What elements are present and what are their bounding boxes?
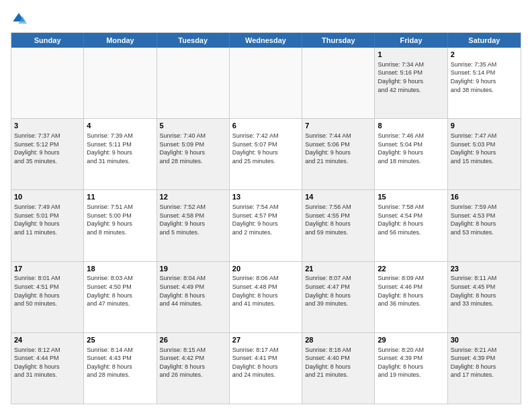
day-number: 22 bbox=[378, 264, 444, 274]
calendar-row-2: 10Sunrise: 7:49 AM Sunset: 5:01 PM Dayli… bbox=[11, 189, 521, 261]
day-cell-10: 10Sunrise: 7:49 AM Sunset: 5:01 PM Dayli… bbox=[11, 190, 84, 261]
calendar-body: 1Sunrise: 7:34 AM Sunset: 5:16 PM Daylig… bbox=[11, 48, 521, 404]
header-friday: Friday bbox=[375, 33, 447, 48]
day-number: 6 bbox=[232, 121, 299, 131]
page: SundayMondayTuesdayWednesdayThursdayFrid… bbox=[0, 0, 532, 411]
day-cell-2: 2Sunrise: 7:35 AM Sunset: 5:14 PM Daylig… bbox=[448, 48, 521, 118]
day-info: Sunrise: 7:59 AM Sunset: 4:53 PM Dayligh… bbox=[451, 203, 518, 236]
header-monday: Monday bbox=[84, 33, 157, 48]
day-cell-23: 23Sunrise: 8:11 AM Sunset: 4:45 PM Dayli… bbox=[448, 262, 521, 332]
calendar-header: SundayMondayTuesdayWednesdayThursdayFrid… bbox=[11, 33, 521, 48]
empty-cell-0-3 bbox=[230, 48, 302, 118]
day-cell-24: 24Sunrise: 8:12 AM Sunset: 4:44 PM Dayli… bbox=[11, 333, 84, 404]
day-cell-1: 1Sunrise: 7:34 AM Sunset: 5:16 PM Daylig… bbox=[375, 48, 447, 118]
day-number: 4 bbox=[87, 121, 153, 131]
day-info: Sunrise: 7:46 AM Sunset: 5:04 PM Dayligh… bbox=[378, 132, 444, 165]
calendar-row-1: 3Sunrise: 7:37 AM Sunset: 5:12 PM Daylig… bbox=[11, 118, 521, 189]
day-cell-14: 14Sunrise: 7:56 AM Sunset: 4:55 PM Dayli… bbox=[302, 190, 375, 261]
day-info: Sunrise: 7:40 AM Sunset: 5:09 PM Dayligh… bbox=[160, 132, 226, 165]
day-cell-27: 27Sunrise: 8:17 AM Sunset: 4:41 PM Dayli… bbox=[230, 333, 302, 404]
day-info: Sunrise: 7:52 AM Sunset: 4:58 PM Dayligh… bbox=[160, 203, 226, 236]
day-number: 2 bbox=[451, 50, 518, 60]
header-tuesday: Tuesday bbox=[157, 33, 230, 48]
calendar-row-3: 17Sunrise: 8:01 AM Sunset: 4:51 PM Dayli… bbox=[11, 261, 521, 332]
day-cell-29: 29Sunrise: 8:20 AM Sunset: 4:39 PM Dayli… bbox=[375, 333, 447, 404]
logo-icon bbox=[11, 11, 27, 27]
header-thursday: Thursday bbox=[302, 33, 375, 48]
day-info: Sunrise: 7:54 AM Sunset: 4:57 PM Dayligh… bbox=[232, 203, 299, 236]
day-info: Sunrise: 8:01 AM Sunset: 4:51 PM Dayligh… bbox=[14, 274, 81, 308]
header-saturday: Saturday bbox=[448, 33, 521, 48]
day-number: 9 bbox=[451, 121, 518, 131]
day-number: 8 bbox=[378, 121, 444, 131]
calendar: SundayMondayTuesdayWednesdayThursdayFrid… bbox=[11, 32, 521, 404]
day-info: Sunrise: 8:03 AM Sunset: 4:50 PM Dayligh… bbox=[87, 274, 153, 308]
day-cell-9: 9Sunrise: 7:47 AM Sunset: 5:03 PM Daylig… bbox=[448, 119, 521, 189]
day-info: Sunrise: 8:06 AM Sunset: 4:48 PM Dayligh… bbox=[232, 274, 299, 308]
day-info: Sunrise: 8:21 AM Sunset: 4:39 PM Dayligh… bbox=[451, 346, 518, 379]
day-number: 12 bbox=[160, 192, 226, 202]
calendar-row-0: 1Sunrise: 7:34 AM Sunset: 5:16 PM Daylig… bbox=[11, 48, 521, 118]
day-number: 25 bbox=[87, 335, 153, 345]
day-number: 1 bbox=[378, 50, 444, 60]
day-info: Sunrise: 7:51 AM Sunset: 5:00 PM Dayligh… bbox=[87, 203, 153, 236]
day-info: Sunrise: 8:15 AM Sunset: 4:42 PM Dayligh… bbox=[160, 346, 226, 379]
day-cell-25: 25Sunrise: 8:14 AM Sunset: 4:43 PM Dayli… bbox=[84, 333, 157, 404]
day-info: Sunrise: 8:09 AM Sunset: 4:46 PM Dayligh… bbox=[378, 274, 444, 308]
day-cell-8: 8Sunrise: 7:46 AM Sunset: 5:04 PM Daylig… bbox=[375, 119, 447, 189]
day-cell-13: 13Sunrise: 7:54 AM Sunset: 4:57 PM Dayli… bbox=[230, 190, 302, 261]
day-cell-7: 7Sunrise: 7:44 AM Sunset: 5:06 PM Daylig… bbox=[302, 119, 375, 189]
day-info: Sunrise: 7:47 AM Sunset: 5:03 PM Dayligh… bbox=[451, 132, 518, 165]
day-cell-4: 4Sunrise: 7:39 AM Sunset: 5:11 PM Daylig… bbox=[84, 119, 157, 189]
day-info: Sunrise: 8:12 AM Sunset: 4:44 PM Dayligh… bbox=[14, 346, 81, 379]
day-number: 18 bbox=[87, 264, 153, 274]
day-number: 19 bbox=[160, 264, 226, 274]
day-number: 20 bbox=[232, 264, 299, 274]
day-info: Sunrise: 8:18 AM Sunset: 4:40 PM Dayligh… bbox=[305, 346, 371, 379]
day-number: 24 bbox=[14, 335, 81, 345]
day-cell-21: 21Sunrise: 8:07 AM Sunset: 4:47 PM Dayli… bbox=[302, 262, 375, 332]
day-cell-5: 5Sunrise: 7:40 AM Sunset: 5:09 PM Daylig… bbox=[157, 119, 230, 189]
day-cell-28: 28Sunrise: 8:18 AM Sunset: 4:40 PM Dayli… bbox=[302, 333, 375, 404]
calendar-row-4: 24Sunrise: 8:12 AM Sunset: 4:44 PM Dayli… bbox=[11, 332, 521, 404]
day-cell-15: 15Sunrise: 7:58 AM Sunset: 4:54 PM Dayli… bbox=[375, 190, 447, 261]
day-info: Sunrise: 8:11 AM Sunset: 4:45 PM Dayligh… bbox=[451, 274, 518, 308]
day-number: 14 bbox=[305, 192, 371, 202]
empty-cell-0-1 bbox=[84, 48, 157, 118]
day-number: 7 bbox=[305, 121, 371, 131]
day-cell-22: 22Sunrise: 8:09 AM Sunset: 4:46 PM Dayli… bbox=[375, 262, 447, 332]
day-cell-18: 18Sunrise: 8:03 AM Sunset: 4:50 PM Dayli… bbox=[84, 262, 157, 332]
day-info: Sunrise: 7:42 AM Sunset: 5:07 PM Dayligh… bbox=[232, 132, 299, 165]
day-number: 16 bbox=[451, 192, 518, 202]
day-info: Sunrise: 8:20 AM Sunset: 4:39 PM Dayligh… bbox=[378, 346, 444, 379]
day-cell-12: 12Sunrise: 7:52 AM Sunset: 4:58 PM Dayli… bbox=[157, 190, 230, 261]
day-cell-6: 6Sunrise: 7:42 AM Sunset: 5:07 PM Daylig… bbox=[230, 119, 302, 189]
day-info: Sunrise: 7:37 AM Sunset: 5:12 PM Dayligh… bbox=[14, 132, 81, 165]
empty-cell-0-0 bbox=[11, 48, 84, 118]
day-cell-17: 17Sunrise: 8:01 AM Sunset: 4:51 PM Dayli… bbox=[11, 262, 84, 332]
day-number: 11 bbox=[87, 192, 153, 202]
day-number: 15 bbox=[378, 192, 444, 202]
day-info: Sunrise: 8:14 AM Sunset: 4:43 PM Dayligh… bbox=[87, 346, 153, 379]
day-number: 30 bbox=[451, 335, 518, 345]
day-cell-20: 20Sunrise: 8:06 AM Sunset: 4:48 PM Dayli… bbox=[230, 262, 302, 332]
day-number: 29 bbox=[378, 335, 444, 345]
header-wednesday: Wednesday bbox=[230, 33, 302, 48]
day-number: 10 bbox=[14, 192, 81, 202]
day-info: Sunrise: 7:56 AM Sunset: 4:55 PM Dayligh… bbox=[305, 203, 371, 236]
day-info: Sunrise: 7:34 AM Sunset: 5:16 PM Dayligh… bbox=[378, 60, 444, 94]
day-cell-26: 26Sunrise: 8:15 AM Sunset: 4:42 PM Dayli… bbox=[157, 333, 230, 404]
day-info: Sunrise: 8:07 AM Sunset: 4:47 PM Dayligh… bbox=[305, 274, 371, 308]
empty-cell-0-2 bbox=[157, 48, 230, 118]
day-info: Sunrise: 7:35 AM Sunset: 5:14 PM Dayligh… bbox=[451, 60, 518, 94]
day-cell-11: 11Sunrise: 7:51 AM Sunset: 5:00 PM Dayli… bbox=[84, 190, 157, 261]
day-info: Sunrise: 7:39 AM Sunset: 5:11 PM Dayligh… bbox=[87, 132, 153, 165]
header-sunday: Sunday bbox=[11, 33, 84, 48]
day-cell-30: 30Sunrise: 8:21 AM Sunset: 4:39 PM Dayli… bbox=[448, 333, 521, 404]
day-cell-3: 3Sunrise: 7:37 AM Sunset: 5:12 PM Daylig… bbox=[11, 119, 84, 189]
day-info: Sunrise: 8:04 AM Sunset: 4:49 PM Dayligh… bbox=[160, 274, 226, 308]
logo bbox=[11, 11, 30, 27]
day-info: Sunrise: 7:58 AM Sunset: 4:54 PM Dayligh… bbox=[378, 203, 444, 236]
day-number: 23 bbox=[451, 264, 518, 274]
day-cell-16: 16Sunrise: 7:59 AM Sunset: 4:53 PM Dayli… bbox=[448, 190, 521, 261]
